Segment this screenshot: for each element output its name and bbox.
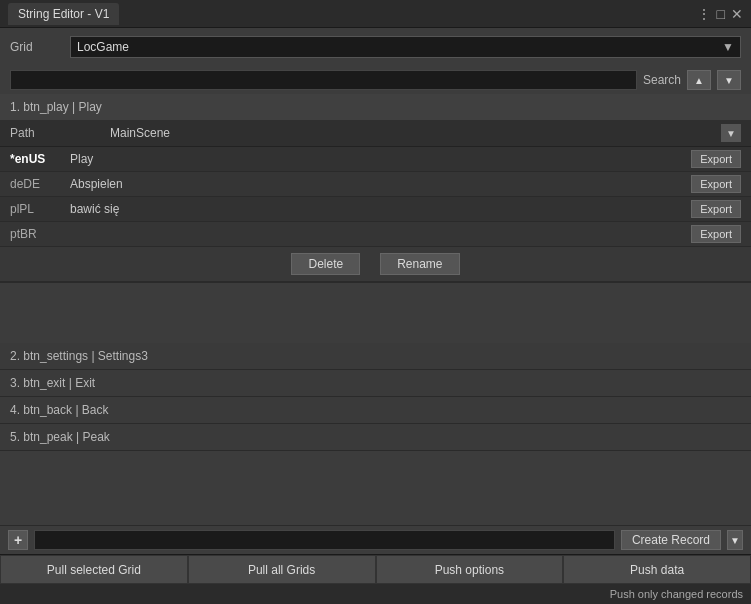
close-icon[interactable]: ✕ — [731, 6, 743, 22]
empty-space — [0, 283, 751, 343]
accordion-header-1[interactable]: 1. btn_play | Play — [0, 94, 751, 120]
pull-selected-grid-button[interactable]: Pull selected Grid — [0, 555, 188, 584]
search-label: Search — [643, 73, 681, 87]
delete-button[interactable]: Delete — [291, 253, 360, 275]
add-button[interactable]: + — [8, 530, 28, 550]
item-5-header-text: 5. btn_peak | Peak — [10, 430, 110, 444]
item-4-header-text: 4. btn_back | Back — [10, 403, 109, 417]
item-2-header-text: 2. btn_settings | Settings3 — [10, 349, 148, 363]
translation-row-dede: deDE Abspielen Export — [0, 172, 751, 197]
list-area[interactable]: 1. btn_play | Play Path MainScene ▼ *enU… — [0, 94, 751, 525]
list-padding — [0, 451, 751, 491]
title-bar-right: ⋮ □ ✕ — [697, 6, 743, 22]
main-content: Grid LocGame ▼ Search ▲ ▼ 1. btn_play | … — [0, 28, 751, 604]
accordion-header-4[interactable]: 4. btn_back | Back — [0, 397, 751, 423]
accordion-item-5: 5. btn_peak | Peak — [0, 424, 751, 451]
export-button-dede[interactable]: Export — [691, 175, 741, 193]
accordion-header-5[interactable]: 5. btn_peak | Peak — [0, 424, 751, 450]
grid-value: LocGame — [77, 40, 129, 54]
accordion-item-2: 2. btn_settings | Settings3 — [0, 343, 751, 370]
path-label: Path — [10, 126, 110, 140]
search-input[interactable] — [10, 70, 637, 90]
lang-code-enus: *enUS — [10, 152, 70, 166]
bottom-status: Push only changed records — [0, 584, 751, 604]
window-title: String Editor - V1 — [18, 7, 109, 21]
translation-text-dede: Abspielen — [70, 177, 691, 191]
list-scroll-down-button[interactable]: ▼ — [727, 530, 743, 550]
add-input[interactable] — [34, 530, 615, 550]
search-up-button[interactable]: ▲ — [687, 70, 711, 90]
accordion-item-3: 3. btn_exit | Exit — [0, 370, 751, 397]
bottom-buttons: Pull selected Grid Pull all Grids Push o… — [0, 555, 751, 584]
translation-row-enus: *enUS Play Export — [0, 147, 751, 172]
push-options-label: Push options — [435, 563, 504, 577]
menu-icon[interactable]: ⋮ — [697, 6, 711, 22]
export-button-enus[interactable]: Export — [691, 150, 741, 168]
pull-all-grids-label: Pull all Grids — [248, 563, 315, 577]
accordion-header-3[interactable]: 3. btn_exit | Exit — [0, 370, 751, 396]
accordion-item-1: 1. btn_play | Play Path MainScene ▼ *enU… — [0, 94, 751, 283]
create-record-button[interactable]: Create Record — [621, 530, 721, 550]
translation-row-plpl: plPL bawić się Export — [0, 197, 751, 222]
push-options-button[interactable]: Push options — [376, 555, 564, 584]
maximize-icon[interactable]: □ — [717, 6, 725, 22]
translation-text-plpl: bawić się — [70, 202, 691, 216]
lang-code-plpl: plPL — [10, 202, 70, 216]
accordion-header-2[interactable]: 2. btn_settings | Settings3 — [0, 343, 751, 369]
search-row: Search ▲ ▼ — [0, 66, 751, 94]
title-bar: String Editor - V1 ⋮ □ ✕ — [0, 0, 751, 28]
item-1-header-text: 1. btn_play | Play — [10, 100, 102, 114]
accordion-content-1: Path MainScene ▼ *enUS Play Export deDE … — [0, 120, 751, 282]
pull-all-grids-button[interactable]: Pull all Grids — [188, 555, 376, 584]
lang-code-ptbr: ptBR — [10, 227, 70, 241]
bottom-bar: Pull selected Grid Pull all Grids Push o… — [0, 554, 751, 604]
translation-text-enus: Play — [70, 152, 691, 166]
grid-row: Grid LocGame ▼ — [0, 28, 751, 66]
item-3-header-text: 3. btn_exit | Exit — [10, 376, 95, 390]
create-record-label: Create Record — [632, 533, 710, 547]
scroll-down-icon: ▼ — [730, 535, 740, 546]
translation-row-ptbr: ptBR Export — [0, 222, 751, 247]
grid-dropdown[interactable]: LocGame ▼ — [70, 36, 741, 58]
add-icon: + — [14, 532, 22, 548]
grid-dropdown-arrow-icon: ▼ — [722, 40, 734, 54]
lang-code-dede: deDE — [10, 177, 70, 191]
path-dropdown-button[interactable]: ▼ — [721, 124, 741, 142]
push-data-button[interactable]: Push data — [563, 555, 751, 584]
path-value-1: MainScene — [110, 126, 721, 140]
title-bar-left: String Editor - V1 — [8, 3, 119, 25]
add-row: + Create Record ▼ — [0, 525, 751, 554]
search-down-button[interactable]: ▼ — [717, 70, 741, 90]
title-tab[interactable]: String Editor - V1 — [8, 3, 119, 25]
export-button-ptbr[interactable]: Export — [691, 225, 741, 243]
push-data-label: Push data — [630, 563, 684, 577]
pull-selected-grid-label: Pull selected Grid — [47, 563, 141, 577]
rename-button[interactable]: Rename — [380, 253, 459, 275]
path-row-1: Path MainScene ▼ — [0, 120, 751, 147]
export-button-plpl[interactable]: Export — [691, 200, 741, 218]
accordion-item-4: 4. btn_back | Back — [0, 397, 751, 424]
grid-label: Grid — [10, 40, 60, 54]
status-text: Push only changed records — [610, 588, 743, 600]
action-row-1: Delete Rename — [0, 247, 751, 282]
